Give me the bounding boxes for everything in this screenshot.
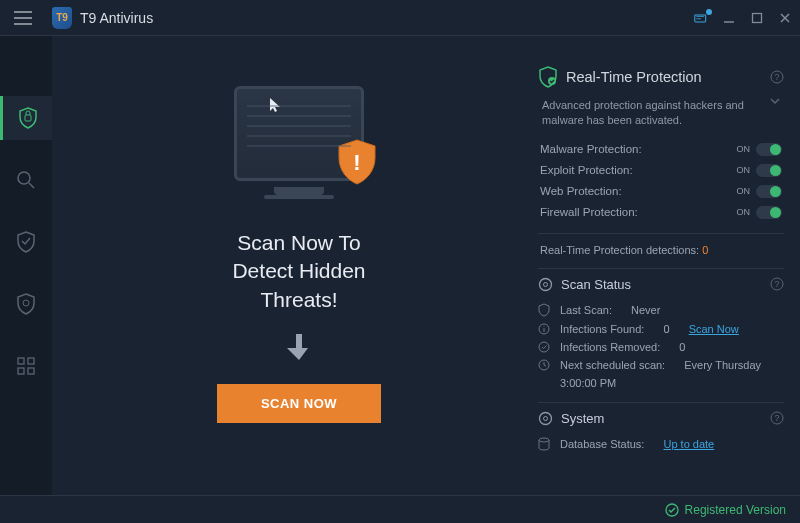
chevron-down-icon[interactable] [770, 98, 780, 129]
scan-status-header: Scan Status ? [538, 277, 784, 292]
svg-point-6 [23, 300, 29, 306]
promo-icon[interactable] [694, 11, 708, 25]
infections-removed-value: 0 [679, 341, 685, 353]
sidebar-item-scan[interactable] [0, 158, 52, 202]
toggle-firewall[interactable] [756, 206, 782, 219]
check-circle-icon [538, 341, 552, 353]
clock-icon [538, 359, 552, 371]
svg-point-22 [539, 342, 549, 352]
scan-now-button[interactable]: SCAN NOW [217, 384, 381, 423]
infections-found-label: Infections Found: [560, 323, 644, 335]
next-scan-time: 3:00:00 PM [538, 374, 784, 392]
svg-point-25 [544, 416, 548, 420]
sidebar-item-protection[interactable] [0, 96, 52, 140]
minimize-button[interactable] [722, 11, 736, 25]
sidebar-item-shield-check[interactable] [0, 220, 52, 264]
cursor-icon [269, 97, 281, 113]
info-icon [538, 323, 552, 335]
svg-text:?: ? [774, 413, 779, 423]
menu-button[interactable] [8, 3, 38, 33]
svg-point-12 [548, 77, 556, 85]
monitor-illustration: ! [234, 86, 364, 181]
svg-point-28 [539, 438, 549, 442]
realtime-subtext: Advanced protection against hackers and … [542, 98, 764, 129]
registered-label: Registered Version [685, 503, 786, 517]
down-arrow-icon [286, 332, 312, 362]
scan-now-link[interactable]: Scan Now [689, 323, 739, 335]
toggle-exploit[interactable] [756, 164, 782, 177]
help-icon[interactable]: ? [770, 70, 784, 84]
titlebar: T9 T9 Antivirus [0, 0, 800, 36]
shield-warning-icon: ! [335, 138, 379, 188]
svg-rect-9 [18, 368, 24, 374]
svg-point-15 [540, 278, 552, 290]
svg-rect-3 [25, 115, 31, 121]
shield-small-icon [538, 303, 552, 317]
last-scan-label: Last Scan: [560, 304, 612, 316]
help-icon[interactable]: ? [770, 411, 784, 425]
hero-panel: ! Scan Now To Detect Hidden Threats! SCA… [64, 66, 534, 485]
system-header: System ? [538, 411, 784, 426]
toggle-malware[interactable] [756, 143, 782, 156]
help-icon[interactable]: ? [770, 277, 784, 291]
hero-headline: Scan Now To Detect Hidden Threats! [232, 229, 365, 314]
realtime-header: Real-Time Protection ? [538, 66, 784, 88]
protection-row-malware: Malware Protection: ON [538, 139, 784, 160]
realtime-title: Real-Time Protection [566, 69, 702, 85]
gear-icon [538, 277, 553, 292]
next-scan-value: Every Thursday [684, 359, 761, 371]
sidebar-item-shield-gear[interactable] [0, 282, 52, 326]
protection-row-web: Web Protection: ON [538, 181, 784, 202]
detections-label: Real-Time Protection detections: [540, 244, 699, 256]
db-status-link[interactable]: Up to date [663, 438, 714, 450]
svg-line-5 [29, 183, 34, 188]
svg-point-24 [540, 412, 552, 424]
sidebar [0, 36, 52, 495]
detections-count: 0 [702, 244, 708, 256]
database-icon [538, 437, 552, 451]
svg-text:?: ? [774, 279, 779, 289]
last-scan-value: Never [631, 304, 660, 316]
shield-logo-icon: T9 [52, 7, 72, 29]
svg-point-4 [18, 172, 30, 184]
app-logo: T9 T9 Antivirus [52, 7, 153, 29]
svg-text:!: ! [353, 150, 360, 175]
svg-text:?: ? [774, 72, 779, 82]
check-circle-icon [665, 503, 679, 517]
shield-check-icon [538, 66, 558, 88]
infections-removed-label: Infections Removed: [560, 341, 660, 353]
svg-rect-2 [753, 13, 762, 22]
gear-icon [538, 411, 553, 426]
svg-point-16 [544, 282, 548, 286]
protection-row-exploit: Exploit Protection: ON [538, 160, 784, 181]
status-panel: Real-Time Protection ? Advanced protecti… [534, 66, 788, 485]
protection-row-firewall: Firewall Protection: ON [538, 202, 784, 223]
maximize-button[interactable] [750, 11, 764, 25]
main-content: ! Scan Now To Detect Hidden Threats! SCA… [52, 36, 800, 495]
db-status-label: Database Status: [560, 438, 644, 450]
sidebar-item-apps[interactable] [0, 344, 52, 388]
next-scan-label: Next scheduled scan: [560, 359, 665, 371]
footer: Registered Version [0, 495, 800, 523]
svg-rect-7 [18, 358, 24, 364]
infections-found-value: 0 [663, 323, 669, 335]
toggle-web[interactable] [756, 185, 782, 198]
svg-rect-8 [28, 358, 34, 364]
close-button[interactable] [778, 11, 792, 25]
app-title: T9 Antivirus [80, 10, 153, 26]
svg-rect-10 [28, 368, 34, 374]
